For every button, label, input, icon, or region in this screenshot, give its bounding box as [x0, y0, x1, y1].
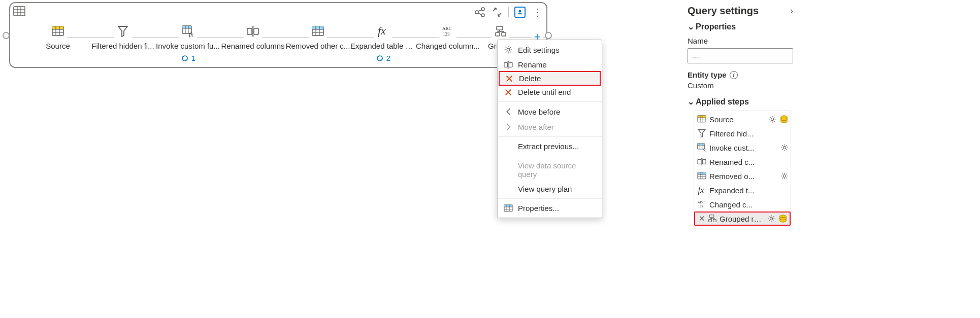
- gear-icon[interactable]: [780, 172, 789, 180]
- gear-icon[interactable]: [780, 144, 789, 152]
- gear-icon: [504, 45, 513, 54]
- step-label: Invoke custom fu...: [155, 42, 220, 50]
- close-icon: [505, 75, 514, 83]
- fx-icon: [374, 23, 392, 40]
- menu-rename[interactable]: Rename: [498, 57, 602, 72]
- svg-rect-43: [14, 7, 25, 16]
- link-badge[interactable]: 1: [155, 53, 220, 62]
- step-row-removed[interactable]: Removed o...: [694, 169, 791, 183]
- close-icon: [504, 88, 513, 96]
- table-yellow-icon: [697, 115, 706, 123]
- step-row-changed[interactable]: Changed c...: [694, 197, 791, 211]
- gear-icon[interactable]: [767, 215, 775, 223]
- chevron-left-icon: [504, 107, 513, 116]
- table-blue-icon: [697, 172, 706, 180]
- database-icon: [778, 214, 788, 223]
- step-label: Expanded table c...: [350, 42, 415, 50]
- step-label: Removed other c...: [285, 42, 350, 50]
- fx-icon: [697, 186, 706, 195]
- menu-edit-settings[interactable]: Edit settings: [498, 42, 602, 57]
- collapse-button[interactable]: [491, 6, 503, 18]
- menu-delete[interactable]: Delete: [499, 71, 601, 86]
- delete-step-button[interactable]: ✕: [698, 214, 705, 223]
- info-icon[interactable]: i: [730, 71, 738, 79]
- menu-view-data-source-query: View data source query: [498, 158, 602, 182]
- separator: [508, 7, 509, 17]
- funnel-icon: [114, 23, 132, 40]
- step-row-grouped[interactable]: ✕ Grouped ro...: [694, 211, 791, 226]
- step-label: Source: [25, 42, 90, 50]
- chevron-down-icon: ⌄: [688, 22, 694, 31]
- step-label: Filtered hidden fi...: [90, 42, 155, 50]
- applied-steps-section-header[interactable]: ⌄Applied steps: [685, 95, 795, 109]
- steps-flow: + Source Filtered hidden fi... Invoke cu…: [25, 23, 543, 69]
- menu-properties[interactable]: Properties...: [498, 201, 602, 216]
- step-row-renamed[interactable]: Renamed c...: [694, 155, 791, 169]
- profile-badge[interactable]: [514, 6, 526, 18]
- start-node: [3, 32, 10, 39]
- abc123-icon: [439, 23, 457, 40]
- step-row-invoke[interactable]: Invoke cust...: [694, 140, 791, 155]
- step-invoke[interactable]: Invoke custom fu... 1: [155, 23, 220, 62]
- step-row-filtered[interactable]: Filtered hid...: [694, 126, 791, 140]
- menu-delete-until-end[interactable]: Delete until end: [498, 85, 602, 99]
- svg-point-48: [519, 10, 521, 13]
- step-removed[interactable]: Removed other c...: [285, 23, 350, 50]
- table-blue-icon: [309, 23, 327, 40]
- share-button[interactable]: [474, 6, 486, 18]
- step-row-source[interactable]: Source: [694, 112, 791, 126]
- applied-steps-list: Source Filtered hid... Invoke cust... Re…: [694, 111, 791, 227]
- funnel-icon: [697, 129, 706, 138]
- menu-move-after: Move after: [498, 119, 602, 134]
- more-button[interactable]: ⋮: [531, 6, 543, 18]
- abc123-icon: [697, 200, 706, 209]
- context-menu: Edit settings Rename Delete Delete until…: [497, 40, 602, 218]
- table-blue-icon: [504, 204, 513, 213]
- table-fx-icon: [179, 23, 197, 40]
- query-node: ⋮ + Source Filtered hidden fi... Invoke …: [9, 2, 547, 68]
- step-label: Changed column...: [415, 42, 480, 50]
- menu-extract-previous[interactable]: Extract previous...: [498, 139, 602, 154]
- chevron-down-icon: ⌄: [688, 97, 694, 107]
- table-icon: [13, 6, 25, 17]
- step-label: Renamed columns: [220, 42, 285, 50]
- step-expanded[interactable]: Expanded table c... 2: [350, 23, 415, 62]
- name-input[interactable]: [688, 48, 793, 63]
- step-source[interactable]: Source: [25, 23, 90, 50]
- step-renamed[interactable]: Renamed columns: [220, 23, 285, 50]
- separator: [498, 198, 602, 199]
- separator: [498, 136, 602, 137]
- separator: [498, 101, 602, 102]
- database-icon: [779, 115, 789, 124]
- step-row-expanded[interactable]: Expanded t...: [694, 183, 791, 197]
- table-fx-icon: [697, 143, 706, 152]
- rename-icon: [504, 61, 513, 69]
- step-filtered[interactable]: Filtered hidden fi...: [90, 23, 155, 50]
- group-icon: [708, 215, 716, 223]
- entity-type-value: Custom: [685, 81, 795, 95]
- query-actions: ⋮: [474, 6, 543, 18]
- properties-section-header[interactable]: ⌄Properties: [685, 20, 795, 33]
- table-yellow-icon: [49, 23, 67, 40]
- step-changed[interactable]: Changed column...: [415, 23, 480, 50]
- query-settings-panel: Query settings › ⌄Properties Name Entity…: [684, 0, 796, 318]
- name-label: Name: [685, 33, 795, 47]
- rename-icon: [697, 158, 706, 166]
- end-node: [545, 32, 552, 39]
- diagram-canvas: ⋮ + Source Filtered hidden fi... Invoke …: [0, 0, 682, 318]
- panel-title: Query settings: [688, 5, 759, 17]
- menu-move-before[interactable]: Move before: [498, 104, 602, 119]
- entity-type-label: Entity typei: [685, 68, 795, 81]
- collapse-panel-button[interactable]: ›: [790, 6, 793, 16]
- link-badge[interactable]: 2: [350, 53, 415, 62]
- chevron-right-icon: [504, 122, 513, 131]
- gear-icon[interactable]: [768, 115, 776, 123]
- rename-icon: [244, 23, 262, 40]
- separator: [498, 156, 602, 156]
- group-icon: [492, 23, 510, 40]
- menu-view-query-plan[interactable]: View query plan: [498, 182, 602, 196]
